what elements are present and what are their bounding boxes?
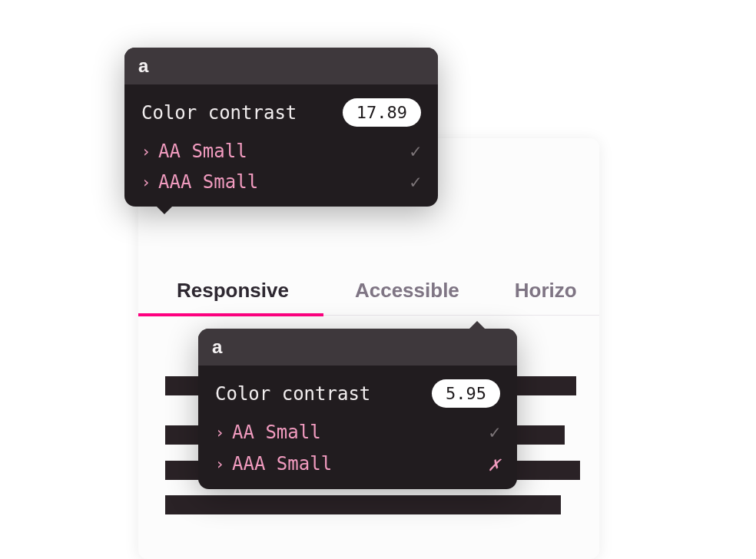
tab-horizontal[interactable]: Horizo — [487, 265, 605, 319]
contrast-tooltip-2: a Color contrast 5.95 › AA Small ✓ › AAA… — [198, 329, 517, 489]
contrast-value-badge: 5.95 — [432, 379, 500, 408]
chevron-right-icon: › — [215, 423, 224, 442]
check-label: AA Small — [232, 422, 321, 443]
check-label: AAA Small — [232, 453, 332, 475]
checkmark-icon: ✓ — [489, 422, 500, 443]
check-label-group: › AAA Small — [215, 453, 332, 475]
fail-x-icon: ✗ — [488, 452, 500, 475]
check-label-group: › AA Small — [215, 422, 321, 443]
tab-responsive[interactable]: Responsive — [138, 265, 327, 319]
contrast-label: Color contrast — [215, 383, 370, 405]
check-label-group: › AAA Small — [141, 171, 258, 193]
chevron-right-icon: › — [141, 142, 151, 160]
contrast-row: Color contrast 5.95 — [215, 379, 500, 408]
tooltip-arrow-icon — [155, 205, 174, 214]
tooltip-body: Color contrast 5.95 › AA Small ✓ › AAA S… — [198, 366, 517, 489]
contrast-value-badge: 17.89 — [343, 98, 421, 127]
check-label: AA Small — [158, 141, 247, 162]
tabs-container: Responsive Accessible Horizo — [138, 265, 599, 319]
tab-active-underline — [138, 313, 323, 316]
check-label: AAA Small — [158, 171, 258, 193]
contrast-row: Color contrast 17.89 — [141, 98, 421, 127]
checkmark-icon: ✓ — [410, 141, 421, 162]
chevron-right-icon: › — [215, 455, 224, 473]
contrast-tooltip-1: a Color contrast 17.89 › AA Small ✓ › AA… — [124, 48, 438, 207]
content-bar — [165, 495, 561, 514]
check-row-aaa-small[interactable]: › AAA Small ✗ — [215, 452, 500, 475]
tooltip-header-glyph: a — [124, 48, 438, 84]
tooltip-header-glyph: a — [198, 329, 517, 366]
check-row-aaa-small[interactable]: › AAA Small ✓ — [141, 171, 421, 193]
contrast-label: Color contrast — [141, 102, 297, 124]
check-row-aa-small[interactable]: › AA Small ✓ — [215, 422, 500, 443]
chevron-right-icon: › — [141, 173, 151, 191]
checkmark-icon: ✓ — [410, 171, 421, 193]
tab-accessible[interactable]: Accessible — [327, 265, 487, 319]
tooltip-arrow-icon — [468, 321, 486, 330]
tooltip-body: Color contrast 17.89 › AA Small ✓ › AAA … — [124, 84, 438, 207]
check-row-aa-small[interactable]: › AA Small ✓ — [141, 141, 421, 162]
check-label-group: › AA Small — [141, 141, 247, 162]
